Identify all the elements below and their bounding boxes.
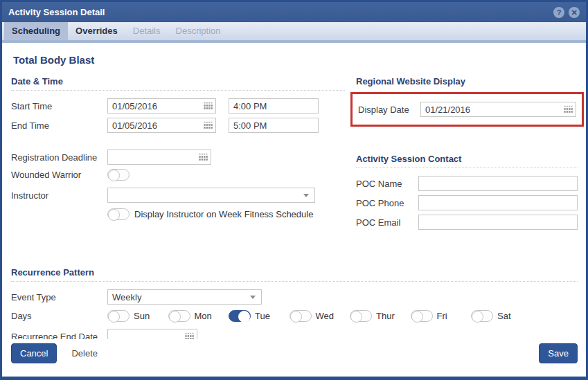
- poc-name-row: POC Name: [356, 176, 578, 191]
- day-label: Fri: [437, 311, 447, 321]
- days-row: Days Sun Mon Tue Wed: [11, 310, 578, 322]
- event-type-select[interactable]: Weekly: [107, 289, 262, 305]
- day-mon-toggle[interactable]: [168, 310, 190, 322]
- instructor-select[interactable]: [107, 188, 315, 203]
- section-recurrence-title: Recurrence Pattern: [11, 267, 578, 282]
- day-label: Thur: [376, 311, 395, 321]
- start-time-row: Start Time: [11, 98, 345, 114]
- start-time-label: Start Time: [11, 101, 107, 111]
- days-label: Days: [11, 311, 107, 321]
- day-label: Sun: [134, 311, 150, 321]
- day-wed: Wed: [289, 310, 350, 322]
- registration-deadline-input[interactable]: [107, 150, 211, 165]
- day-sat: Sat: [471, 310, 532, 322]
- cancel-button[interactable]: Cancel: [11, 343, 57, 363]
- instructor-row: Instructor: [11, 188, 345, 203]
- end-date-input[interactable]: [107, 118, 216, 133]
- event-type-value: Weekly: [112, 292, 141, 302]
- poc-email-label: POC Email: [356, 217, 418, 228]
- tab-scheduling[interactable]: Scheduling: [4, 22, 68, 40]
- display-instructor-toggle[interactable]: [107, 208, 130, 220]
- display-date-row: Display Date: [358, 102, 576, 117]
- poc-email-input[interactable]: [418, 215, 578, 230]
- poc-phone-input[interactable]: [418, 195, 578, 210]
- display-date-label: Display Date: [358, 105, 420, 115]
- chevron-down-icon: [250, 296, 256, 299]
- poc-name-input[interactable]: [418, 176, 578, 191]
- titlebar: Activity Session Detail ? ✕: [2, 2, 586, 22]
- right-column: Regional Website Display Display Date Ac…: [345, 76, 578, 234]
- tab-description: Description: [168, 22, 229, 40]
- day-label: Sat: [497, 311, 511, 321]
- wounded-warrior-label: Wounded Warrior: [11, 170, 107, 180]
- page-title: Total Body Blast: [13, 54, 578, 66]
- left-column: Date & Time Start Time End Time: [11, 76, 345, 234]
- day-sat-toggle[interactable]: [471, 310, 493, 322]
- tab-details: Details: [125, 22, 168, 40]
- day-tue-toggle[interactable]: [229, 310, 251, 322]
- day-thur-toggle[interactable]: [350, 310, 372, 322]
- day-thur: Thur: [350, 310, 411, 322]
- day-label: Tue: [255, 311, 270, 321]
- end-time-row: End Time: [11, 118, 345, 133]
- registration-deadline-label: Registration Deadline: [11, 152, 107, 163]
- end-time-input[interactable]: [229, 118, 319, 133]
- display-instructor-row: Display Instructor on Week Fitness Sched…: [107, 208, 345, 220]
- day-mon: Mon: [168, 310, 229, 322]
- poc-name-label: POC Name: [356, 179, 418, 189]
- day-wed-toggle[interactable]: [289, 310, 312, 322]
- dialog-content: Total Body Blast Date & Time Start Time …: [2, 43, 586, 339]
- display-date-input[interactable]: [420, 102, 576, 117]
- recurrence-section: Recurrence Pattern Event Type Weekly Day…: [11, 267, 578, 339]
- day-tue: Tue: [229, 310, 289, 322]
- poc-email-row: POC Email: [356, 215, 578, 230]
- save-button[interactable]: Save: [539, 343, 578, 363]
- poc-phone-row: POC Phone: [356, 195, 578, 210]
- start-date-input[interactable]: [107, 98, 216, 114]
- registration-deadline-row: Registration Deadline: [11, 150, 345, 165]
- dialog-footer: Cancel Delete Save: [2, 339, 586, 377]
- event-type-label: Event Type: [11, 292, 107, 302]
- day-label: Wed: [316, 311, 335, 321]
- end-time-label: End Time: [11, 120, 107, 131]
- day-fri-toggle[interactable]: [411, 310, 433, 322]
- day-fri: Fri: [411, 310, 472, 322]
- close-icon[interactable]: ✕: [569, 7, 580, 18]
- event-type-row: Event Type Weekly: [11, 289, 578, 305]
- recurrence-end-date-input[interactable]: [107, 329, 197, 339]
- chevron-down-icon: [303, 194, 309, 197]
- start-time-input[interactable]: [229, 98, 319, 114]
- day-label: Mon: [195, 311, 212, 321]
- section-date-time-title: Date & Time: [11, 76, 345, 91]
- instructor-label: Instructor: [11, 190, 107, 201]
- calendar-icon[interactable]: [185, 332, 194, 339]
- calendar-icon[interactable]: [199, 153, 208, 161]
- section-contact-title: Activity Session Contact: [356, 154, 578, 168]
- day-sun-toggle[interactable]: [107, 310, 130, 322]
- help-icon[interactable]: ?: [553, 7, 564, 18]
- dialog-title: Activity Session Detail: [8, 7, 549, 17]
- tab-bar: Scheduling Overrides Details Description: [2, 22, 586, 43]
- delete-link[interactable]: Delete: [71, 348, 98, 359]
- display-date-highlight-box: Display Date: [350, 92, 584, 127]
- calendar-icon[interactable]: [564, 105, 573, 114]
- recurrence-end-date-row: Recurrence End Date: [11, 329, 578, 339]
- wounded-warrior-row: Wounded Warrior: [11, 169, 345, 181]
- calendar-icon[interactable]: [204, 121, 213, 129]
- tab-overrides[interactable]: Overrides: [68, 22, 125, 40]
- display-instructor-label: Display Instructor on Week Fitness Sched…: [134, 209, 313, 219]
- poc-phone-label: POC Phone: [356, 198, 418, 208]
- calendar-icon[interactable]: [204, 102, 213, 110]
- wounded-warrior-toggle[interactable]: [107, 169, 130, 181]
- activity-session-detail-dialog: Activity Session Detail ? ✕ Scheduling O…: [0, 0, 588, 380]
- recurrence-end-date-label: Recurrence End Date: [11, 332, 107, 340]
- day-sun: Sun: [107, 310, 168, 322]
- section-regional-title: Regional Website Display: [356, 76, 578, 90]
- contact-section: Activity Session Contact POC Name POC Ph…: [356, 154, 578, 230]
